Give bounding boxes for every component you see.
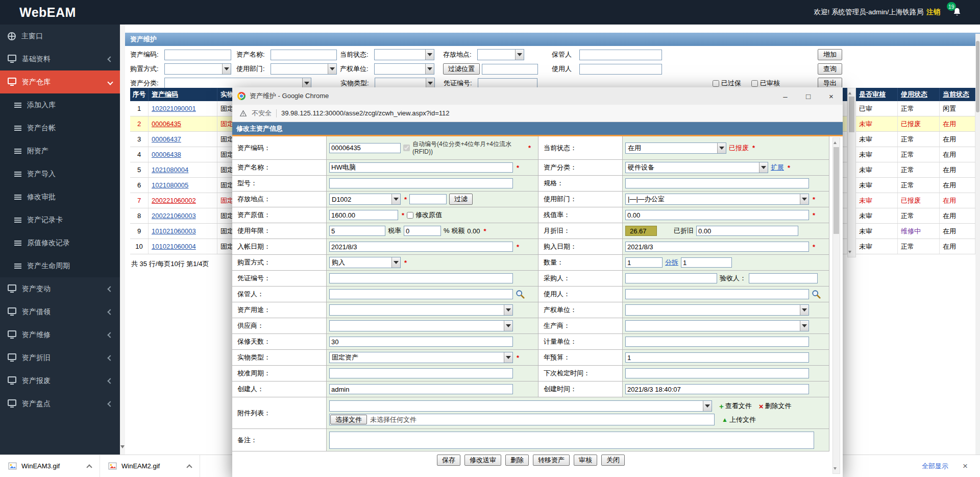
book-date-input[interactable] xyxy=(329,242,513,252)
table-row[interactable]: 未审正常在用 xyxy=(856,132,975,147)
calibration-cycle-input[interactable] xyxy=(329,368,513,378)
search-keeper-input[interactable] xyxy=(579,50,662,60)
create-time-input[interactable] xyxy=(625,384,809,394)
remark-textarea[interactable] xyxy=(329,432,814,449)
chevron-up-icon[interactable] xyxy=(86,464,92,470)
search-dept-select[interactable] xyxy=(271,63,337,75)
transfer-asset-button[interactable]: 转移资产 xyxy=(533,455,570,466)
modify-original-checkbox-label[interactable]: 修改原值 xyxy=(407,210,442,220)
table-row[interactable]: 未审已报废在用 xyxy=(856,116,975,132)
table-row[interactable]: 未审正常在用 xyxy=(856,239,975,254)
ownership-unit-select[interactable] xyxy=(625,304,809,316)
search-location-select[interactable] xyxy=(477,49,524,60)
sort-header-current[interactable]: 当前状态 xyxy=(940,88,975,101)
table-row[interactable]: 未审维修中在用 xyxy=(856,224,975,239)
scrollbar-thumb[interactable] xyxy=(849,97,854,132)
notification-bell-icon[interactable]: 19 xyxy=(951,7,963,18)
sidebar-item-asset-depreciation[interactable]: 资产折旧 xyxy=(0,346,120,369)
modify-original-checkbox[interactable] xyxy=(407,212,413,219)
asset-code-link[interactable]: 101021060003 xyxy=(149,224,217,238)
asset-name-input[interactable] xyxy=(329,162,513,173)
filter-location-input[interactable] xyxy=(482,64,538,75)
sidebar-subitem-asset-lifecycle[interactable]: 资产生命周期 xyxy=(0,254,120,277)
sidebar-subitem-attached-asset[interactable]: 附资产 xyxy=(0,139,120,162)
buyer-input[interactable] xyxy=(625,273,717,283)
popup-title-bar[interactable]: 资产维护 - Google Chrome – □ × xyxy=(232,87,843,105)
asset-category-select[interactable]: 硬件设备 xyxy=(625,162,768,173)
sort-header-code[interactable]: 资产编码 xyxy=(149,88,217,101)
sidebar-subitem-modify-approval[interactable]: 修改审批 xyxy=(0,185,120,208)
sidebar-item-asset-warehouse[interactable]: 资产仓库 xyxy=(0,70,120,93)
spec-input[interactable] xyxy=(625,178,809,188)
table-row[interactable]: 未审正常在用 xyxy=(856,147,975,162)
delete-file-link[interactable]: ×删除文件 xyxy=(759,401,792,411)
sort-header-audit[interactable]: 是否审核 xyxy=(856,88,898,101)
upload-file-link[interactable]: ▲上传文件 xyxy=(722,415,756,424)
add-button[interactable]: 增加 xyxy=(818,49,842,60)
search-owner-select[interactable] xyxy=(374,63,434,75)
download-item[interactable]: WinEAM3.gif xyxy=(0,455,100,477)
using-dept-select[interactable]: |—|—办公室 xyxy=(625,194,809,205)
sidebar-subitem-add-inventory[interactable]: 添加入库 xyxy=(0,93,120,116)
table-vertical-scrollbar[interactable] xyxy=(847,88,856,257)
chevron-up-icon[interactable] xyxy=(186,464,192,470)
asset-code-link[interactable]: 00006437 xyxy=(149,132,217,147)
sidebar-subitem-asset-record-card[interactable]: 资产记录卡 xyxy=(0,208,120,231)
delete-button[interactable]: 删除 xyxy=(505,455,529,466)
address-bar[interactable]: 不安全 39.98.125.112:30000/asse2/zcgl/zcwh_… xyxy=(232,105,843,122)
search-icon[interactable] xyxy=(516,290,525,299)
sidebar-scrollbar[interactable] xyxy=(120,25,125,455)
physical-type-select[interactable]: 固定资产 xyxy=(329,352,513,363)
expired-checkbox[interactable] xyxy=(713,80,719,87)
asset-usage-select[interactable] xyxy=(329,304,513,316)
sidebar-item-basic-data[interactable]: 基础资料 xyxy=(0,47,120,70)
asset-code-link[interactable]: 102021090001 xyxy=(149,101,217,116)
split-link[interactable]: 分拆 xyxy=(665,258,678,267)
scroll-up-arrow-icon[interactable] xyxy=(848,90,851,94)
sidebar-item-asset-scrap[interactable]: 资产报废 xyxy=(0,369,120,392)
warranty-days-input[interactable] xyxy=(329,337,513,347)
search-user-input[interactable] xyxy=(579,64,662,75)
annual-budget-input[interactable] xyxy=(625,352,809,363)
tax-rate-input[interactable] xyxy=(404,226,441,236)
current-status-select[interactable]: 在用 xyxy=(625,142,726,154)
sidebar-item-asset-inventory[interactable]: 资产盘点 xyxy=(0,392,120,415)
search-asset-name-input[interactable] xyxy=(271,50,337,60)
useful-life-input[interactable] xyxy=(329,226,385,236)
asset-code-link[interactable]: 101021060004 xyxy=(149,239,217,254)
sidebar-subitem-original-value-history[interactable]: 原值修改记录 xyxy=(0,231,120,254)
submit-audit-button[interactable]: 修改送审 xyxy=(464,455,501,466)
scrollbar-thumb[interactable] xyxy=(976,41,979,112)
asset-code-link[interactable]: 200221060002 xyxy=(149,193,217,208)
search-asset-code-input[interactable] xyxy=(164,50,231,60)
location-filter-button[interactable]: 过滤 xyxy=(449,194,473,205)
save-button[interactable]: 保存 xyxy=(437,455,460,466)
depreciated-input[interactable] xyxy=(696,226,798,236)
view-file-link[interactable]: +查看文件 xyxy=(719,401,752,411)
asset-code-link[interactable]: 1021080005 xyxy=(149,178,217,193)
next-check-input[interactable] xyxy=(625,368,809,378)
scroll-down-arrow-icon[interactable] xyxy=(848,251,851,255)
purchase-date-input[interactable] xyxy=(625,242,809,252)
table-row[interactable]: 未审已报废在用 xyxy=(856,193,975,208)
table-row[interactable]: 已审正常闲置 xyxy=(856,101,975,116)
close-icon[interactable]: × xyxy=(820,87,843,105)
asset-code-input[interactable] xyxy=(329,143,401,153)
scroll-down-arrow-icon[interactable] xyxy=(834,467,837,471)
show-all-downloads-link[interactable]: 全部显示 xyxy=(922,462,948,471)
search-purchase-select[interactable] xyxy=(164,63,231,75)
manufacturer-select[interactable] xyxy=(625,320,809,331)
scroll-down-arrow-icon[interactable] xyxy=(120,445,125,450)
audit-button[interactable]: 审核 xyxy=(574,455,597,466)
asset-code-link[interactable]: 200221060003 xyxy=(149,208,217,223)
attachment-select[interactable] xyxy=(329,400,712,412)
search-status-select[interactable] xyxy=(374,49,434,60)
location-select[interactable]: D1002 xyxy=(329,194,401,205)
sidebar-subitem-asset-ledger[interactable]: 资产台帐 xyxy=(0,116,120,139)
query-button[interactable]: 查询 xyxy=(818,63,842,75)
choose-file-button[interactable]: 选择文件 xyxy=(330,415,367,424)
maximize-icon[interactable]: □ xyxy=(797,87,820,105)
file-upload-field[interactable]: 选择文件未选择任何文件 xyxy=(329,414,715,425)
scrollbar-thumb[interactable] xyxy=(834,147,839,234)
logout-link[interactable]: 注销 xyxy=(926,8,940,17)
